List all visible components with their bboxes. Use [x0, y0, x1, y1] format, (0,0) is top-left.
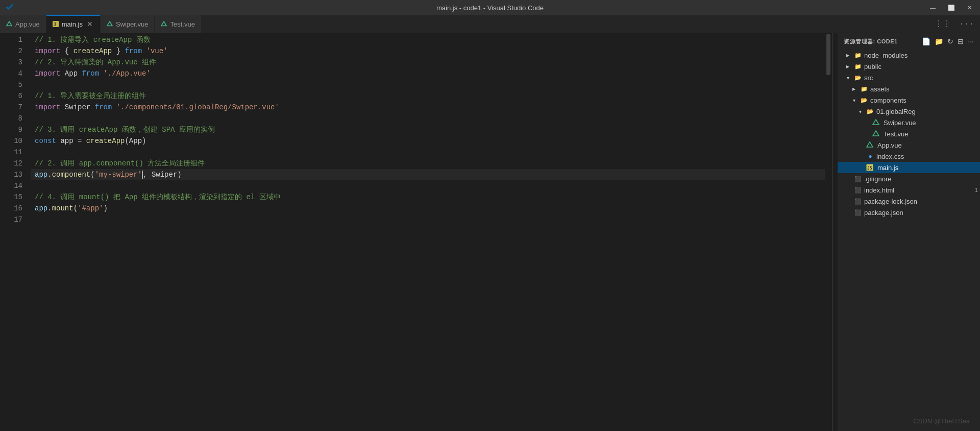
folder-icon-01globalreg: 📂 — [866, 107, 874, 115]
code-line-4: import App from './App.vue' — [31, 68, 825, 79]
line-num-9: 9 — [0, 124, 31, 135]
editor-sidebar-separator — [832, 33, 837, 431]
code-line-10: const app = createApp (App) — [31, 135, 825, 147]
tree-label-01globalreg: 01.globalReg — [876, 108, 916, 115]
tree-label-components: components — [870, 97, 906, 104]
tree-label-assets: assets — [870, 85, 890, 93]
code-line-3: // 2. 导入待渲染的 App.vue 组件 — [31, 57, 825, 68]
code-createapp-2: createApp — [74, 45, 112, 57]
tree-item-gitignore[interactable]: ⬛ .gitignore — [838, 173, 980, 184]
tree-label-index-css: index.css — [876, 153, 904, 160]
collapse-icon[interactable]: ⊟ — [958, 37, 964, 45]
tree-item-index-html[interactable]: ⬛ index.html 1 — [838, 184, 980, 196]
line-num-2: 2 — [0, 45, 31, 57]
maximize-button[interactable]: ⬜ — [946, 5, 957, 11]
json-icon: ⬛ — [854, 209, 862, 216]
json-lock-icon: ⬛ — [854, 198, 862, 205]
chevron-components — [850, 96, 858, 104]
editor-scrollbar-thumb[interactable] — [826, 34, 830, 75]
code-comment-1: // 1. 按需导入 createApp 函数 — [35, 34, 151, 45]
refresh-icon[interactable]: ↻ — [947, 37, 953, 45]
svg-text:J: J — [54, 22, 56, 27]
tab-main-js-close[interactable]: ✕ — [86, 19, 94, 29]
tree-item-app-vue[interactable]: App.vue — [838, 139, 980, 151]
css-icon: ● — [866, 153, 874, 160]
tree-item-01globalreg[interactable]: 📂 01.globalReg — [838, 106, 980, 117]
code-line-7: import Swiper from './components/01.glob… — [31, 102, 825, 113]
code-from-2: from — [125, 45, 142, 57]
tree-item-assets[interactable]: 📁 assets — [838, 83, 980, 94]
line-num-5: 5 — [0, 79, 31, 90]
vue-icon-test — [161, 21, 167, 27]
minimize-button[interactable]: — — [928, 5, 938, 11]
editor-scrollbar[interactable] — [825, 33, 832, 431]
line-numbers: 1 2 3 4 5 6 7 8 9 10 11 12 13 14 15 16 1… — [0, 33, 31, 431]
file-tree[interactable]: 📁 node_modules 📁 public 📂 src 📁 assets — [838, 50, 980, 431]
folder-icon-src: 📂 — [854, 74, 862, 82]
title-bar-left — [6, 4, 14, 12]
tree-item-node-modules[interactable]: 📁 node_modules — [838, 50, 980, 61]
code-line-14 — [31, 180, 825, 191]
new-folder-icon[interactable]: 📁 — [935, 37, 943, 45]
svg-marker-5 — [873, 119, 879, 125]
svg-marker-0 — [7, 21, 12, 26]
main-content: 1 2 3 4 5 6 7 8 9 10 11 12 13 14 15 16 1… — [0, 33, 980, 431]
split-editor-button[interactable]: ⋮⋮ — [933, 18, 953, 30]
line-num-3: 3 — [0, 57, 31, 68]
tree-item-swiper-vue[interactable]: Swiper.vue — [838, 117, 980, 128]
tab-app-vue[interactable]: App.vue — [0, 15, 46, 33]
tree-item-components[interactable]: 📂 components — [838, 94, 980, 106]
line-num-7: 7 — [0, 102, 31, 113]
tab-test-vue[interactable]: Test.vue — [155, 15, 201, 33]
tree-item-src[interactable]: 📂 src — [838, 72, 980, 83]
title-bar: main.js - code1 - Visual Studio Code — ⬜… — [0, 0, 980, 15]
title-bar-controls[interactable]: — ⬜ ✕ — [928, 5, 974, 11]
tree-item-main-js[interactable]: JS main.js — [838, 162, 980, 173]
tab-swiper-vue-label: Swiper.vue — [116, 20, 149, 28]
more-sidebar-icon[interactable]: ··· — [968, 37, 974, 45]
tree-label-pkg-json: package.json — [864, 209, 903, 217]
folder-icon-components: 📂 — [860, 96, 868, 104]
tree-item-pkg-json[interactable]: ⬛ package.json — [838, 207, 980, 218]
svg-marker-3 — [107, 21, 112, 26]
tree-label-test-vue: Test.vue — [884, 130, 908, 138]
close-button[interactable]: ✕ — [965, 5, 974, 11]
chevron-node-modules — [844, 51, 852, 59]
line-num-16: 16 — [0, 203, 31, 214]
line-num-8: 8 — [0, 113, 31, 124]
editor-area[interactable]: 1 2 3 4 5 6 7 8 9 10 11 12 13 14 15 16 1… — [0, 33, 832, 431]
tab-bar-actions: ⋮⋮ ··· — [928, 18, 980, 30]
tree-label-index-html: index.html — [864, 186, 894, 194]
sidebar-header: 资源管理器: CODE1 📄 📁 ↻ ⊟ ··· — [838, 33, 980, 50]
tab-main-js[interactable]: J main.js ✕ — [46, 15, 101, 33]
code-editor[interactable]: // 1. 按需导入 createApp 函数 import { createA… — [31, 33, 825, 431]
js-icon-main-tree: JS — [866, 164, 873, 171]
window-title: main.js - code1 - Visual Studio Code — [436, 4, 544, 12]
sidebar-header-icons[interactable]: 📄 📁 ↻ ⊟ ··· — [922, 37, 974, 45]
code-import-kw-2: import — [35, 45, 60, 57]
vue-icon-test-tree — [872, 130, 879, 137]
tree-item-index-css[interactable]: ● index.css — [838, 151, 980, 162]
file-explorer-sidebar: 资源管理器: CODE1 📄 📁 ↻ ⊟ ··· 📁 node_modules … — [837, 33, 980, 431]
tree-label-node-modules: node_modules — [864, 52, 908, 59]
tree-item-test-vue[interactable]: Test.vue — [838, 128, 980, 139]
tree-label-src: src — [864, 74, 873, 82]
tab-swiper-vue[interactable]: Swiper.vue — [101, 15, 155, 33]
code-line-5 — [31, 79, 825, 90]
chevron-public — [844, 62, 852, 70]
code-line-2: import { createApp } from 'vue' — [31, 45, 825, 57]
folder-icon-node-modules: 📁 — [854, 51, 862, 59]
more-actions-button[interactable]: ··· — [957, 18, 976, 30]
sidebar-title: 资源管理器: CODE1 — [844, 38, 898, 45]
new-file-icon[interactable]: 📄 — [922, 37, 930, 45]
svg-marker-4 — [161, 21, 166, 26]
line-num-6: 6 — [0, 90, 31, 102]
chevron-assets — [850, 85, 858, 93]
code-line-17 — [31, 214, 825, 225]
tree-label-app-vue: App.vue — [877, 141, 902, 149]
line-num-10: 10 — [0, 135, 31, 147]
tree-item-public[interactable]: 📁 public — [838, 61, 980, 72]
line-num-1: 1 — [0, 34, 31, 45]
tree-item-pkg-lock[interactable]: ⬛ package-lock.json — [838, 196, 980, 207]
folder-icon-public: 📁 — [854, 62, 862, 70]
